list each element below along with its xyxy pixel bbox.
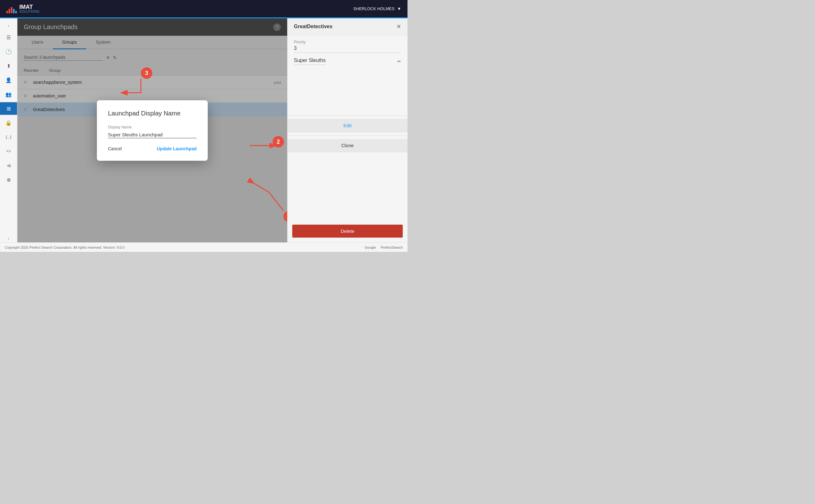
- right-panel: GreatDetectives ✕ Priority 3 Super Sleut…: [287, 18, 408, 242]
- main-layout: › ☰ 🕐 ⬆ 👤 👥 ⊞ 🔒 {...} <> ⊲: [0, 18, 408, 242]
- chevron-down-icon: ▼: [397, 6, 401, 11]
- logo-area: IMAT SOLUTIONS: [6, 4, 40, 13]
- google-link[interactable]: Google: [365, 246, 376, 249]
- footer-links: Google PerfectSearch: [365, 246, 403, 249]
- panel-header: GreatDetectives ✕: [288, 18, 408, 35]
- annotation-4: 4: [283, 211, 287, 222]
- sidebar-item-key[interactable]: ⊕: [0, 173, 17, 186]
- panel-divider: [288, 135, 408, 136]
- modal-field-label: Display Name: [108, 125, 196, 129]
- tags-icon: <>: [6, 149, 11, 153]
- top-header: IMAT SOLUTIONS SHERLOCK HOLMES ▼: [0, 0, 408, 17]
- sidebar: › ☰ 🕐 ⬆ 👤 👥 ⊞ 🔒 {...} <> ⊲: [0, 18, 17, 242]
- user-name: SHERLOCK HOLMES: [353, 6, 395, 11]
- chevron-up-icon: ›: [8, 23, 9, 28]
- logo-icon: [6, 4, 17, 13]
- sidebar-item-menu[interactable]: ☰: [0, 31, 17, 44]
- clock-icon: 🕐: [5, 49, 12, 55]
- sidebar-item-user[interactable]: 👤: [0, 74, 17, 86]
- priority-field: Priority 3: [294, 40, 401, 53]
- delete-button[interactable]: Delete: [292, 225, 403, 238]
- priority-label: Priority: [294, 40, 401, 44]
- code-icon: {...}: [6, 135, 11, 139]
- modal-actions: Cancel Update Launchpad: [108, 146, 196, 151]
- footer: Copyright 2025 Perfect Search Corporatio…: [0, 242, 408, 252]
- sidebar-item-lock[interactable]: 🔒: [0, 116, 17, 129]
- edit-button[interactable]: Edit: [288, 119, 408, 132]
- sidebar-item-clock[interactable]: 🕐: [0, 45, 17, 58]
- panel-content: Priority 3 Super Sleuths ✏: [288, 35, 408, 112]
- user-menu[interactable]: SHERLOCK HOLMES ▼: [353, 6, 401, 11]
- arrow-4: [238, 170, 287, 211]
- cancel-button[interactable]: Cancel: [108, 146, 122, 151]
- sidebar-item-grid[interactable]: ⊞: [0, 102, 17, 115]
- modal-field: Display Name: [108, 125, 196, 138]
- annotation-3: 3: [141, 67, 152, 79]
- chevron-down-icon: ›: [8, 236, 9, 241]
- annotation-2: 2: [273, 136, 284, 147]
- clone-button[interactable]: Clone: [288, 139, 408, 152]
- modal-title: Launchpad Display Name: [108, 110, 196, 117]
- sidebar-scroll-down[interactable]: ›: [0, 234, 17, 242]
- arrow-3: [106, 67, 169, 105]
- name-field: Super Sleuths ✏: [294, 58, 401, 65]
- key-icon: ⊕: [7, 177, 11, 183]
- sidebar-item-share[interactable]: ⊲: [0, 159, 17, 172]
- menu-icon: ☰: [6, 34, 11, 40]
- share-icon: ⊲: [7, 163, 11, 169]
- sidebar-item-code[interactable]: {...}: [0, 131, 17, 143]
- grid-icon: ⊞: [7, 106, 11, 112]
- name-field-row: Super Sleuths ✏: [294, 58, 401, 65]
- sidebar-item-upload[interactable]: ⬆: [0, 59, 17, 72]
- content-area: Group Launchpads ? Users Groups System ✕…: [17, 18, 287, 242]
- name-value: Super Sleuths: [294, 58, 326, 65]
- modal-overlay: Launchpad Display Name Display Name Canc…: [17, 18, 287, 242]
- sidebar-scroll-up[interactable]: ›: [0, 22, 17, 29]
- lock-icon: 🔒: [5, 120, 12, 126]
- sidebar-item-users[interactable]: 👥: [0, 88, 17, 101]
- close-panel-button[interactable]: ✕: [396, 23, 401, 30]
- upload-icon: ⬆: [7, 63, 11, 69]
- sidebar-item-tags[interactable]: <>: [0, 145, 17, 158]
- display-name-input[interactable]: [108, 131, 196, 138]
- priority-value: 3: [294, 46, 401, 53]
- modal-dialog: Launchpad Display Name Display Name Canc…: [97, 100, 208, 161]
- panel-divider: [288, 115, 408, 116]
- perfectsearch-link[interactable]: PerfectSearch: [381, 246, 403, 249]
- panel-footer: Delete: [288, 220, 408, 242]
- copyright-text: Copyright 2025 Perfect Search Corporatio…: [5, 246, 124, 249]
- edit-pencil-icon[interactable]: ✏: [397, 59, 401, 64]
- user-icon: 👤: [5, 77, 12, 83]
- logo-text: IMAT SOLUTIONS: [19, 4, 40, 13]
- update-launchpad-button[interactable]: Update Launchpad: [157, 146, 196, 151]
- users-icon: 👥: [5, 91, 12, 97]
- panel-title: GreatDetectives: [294, 24, 333, 29]
